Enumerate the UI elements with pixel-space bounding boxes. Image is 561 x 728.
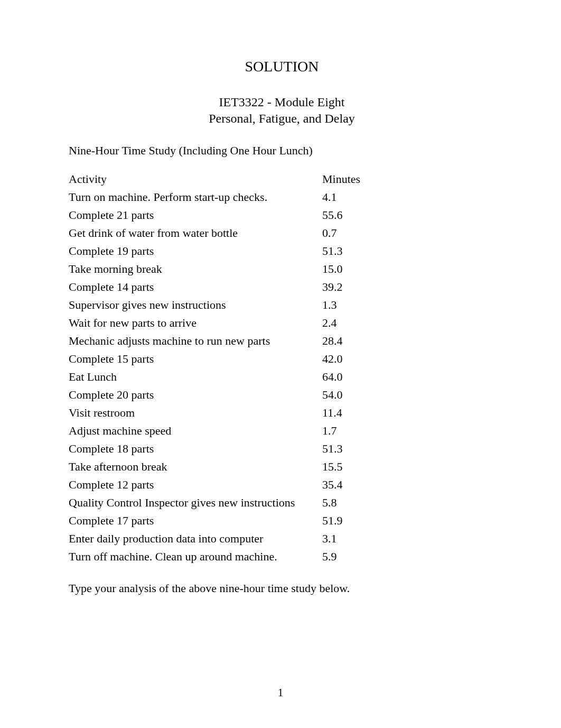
minutes-cell: 54.0	[322, 386, 368, 404]
table-row: Complete 14 parts39.2	[69, 278, 368, 296]
header-minutes: Minutes	[322, 170, 368, 188]
minutes-cell: 3.1	[322, 530, 368, 548]
time-study-table: Activity Minutes Turn on machine. Perfor…	[69, 170, 368, 566]
table-row: Eat Lunch64.0	[69, 368, 368, 386]
table-row: Take morning break15.0	[69, 260, 368, 278]
activity-cell: Get drink of water from water bottle	[69, 224, 322, 242]
activity-cell: Take morning break	[69, 260, 322, 278]
table-row: Complete 15 parts42.0	[69, 350, 368, 368]
table-row: Complete 17 parts51.9	[69, 512, 368, 530]
activity-cell: Quality Control Inspector gives new inst…	[69, 494, 322, 512]
minutes-cell: 11.4	[322, 404, 368, 422]
solution-title: SOLUTION	[69, 58, 495, 75]
activity-cell: Complete 21 parts	[69, 206, 322, 224]
activity-cell: Supervisor gives new instructions	[69, 296, 322, 314]
table-row: Complete 20 parts54.0	[69, 386, 368, 404]
table-row: Enter daily production data into compute…	[69, 530, 368, 548]
activity-cell: Turn on machine. Perform start-up checks…	[69, 188, 322, 206]
minutes-cell: 51.3	[322, 242, 368, 260]
activity-cell: Take afternoon break	[69, 458, 322, 476]
activity-cell: Eat Lunch	[69, 368, 322, 386]
course-line: IET3322 - Module Eight	[69, 94, 495, 110]
activity-cell: Complete 20 parts	[69, 386, 322, 404]
table-row: Complete 18 parts51.3	[69, 440, 368, 458]
activity-cell: Adjust machine speed	[69, 422, 322, 440]
minutes-cell: 2.4	[322, 314, 368, 332]
minutes-cell: 51.3	[322, 440, 368, 458]
minutes-cell: 15.5	[322, 458, 368, 476]
table-row: Take afternoon break15.5	[69, 458, 368, 476]
document-page: SOLUTION IET3322 - Module Eight Personal…	[0, 0, 561, 595]
table-row: Mechanic adjusts machine to run new part…	[69, 332, 368, 350]
page-number: 1	[0, 686, 561, 699]
activity-cell: Visit restroom	[69, 404, 322, 422]
activity-cell: Complete 14 parts	[69, 278, 322, 296]
minutes-cell: 5.8	[322, 494, 368, 512]
minutes-cell: 5.9	[322, 548, 368, 566]
activity-cell: Wait for new parts to arrive	[69, 314, 322, 332]
minutes-cell: 28.4	[322, 332, 368, 350]
minutes-cell: 55.6	[322, 206, 368, 224]
table-row: Wait for new parts to arrive2.4	[69, 314, 368, 332]
table-row: Turn off machine. Clean up around machin…	[69, 548, 368, 566]
table-row: Get drink of water from water bottle0.7	[69, 224, 368, 242]
minutes-cell: 51.9	[322, 512, 368, 530]
table-row: Supervisor gives new instructions1.3	[69, 296, 368, 314]
table-row: Complete 19 parts51.3	[69, 242, 368, 260]
table-row: Turn on machine. Perform start-up checks…	[69, 188, 368, 206]
activity-cell: Enter daily production data into compute…	[69, 530, 322, 548]
table-row: Complete 12 parts35.4	[69, 476, 368, 494]
activity-cell: Complete 19 parts	[69, 242, 322, 260]
table-row: Visit restroom11.4	[69, 404, 368, 422]
minutes-cell: 0.7	[322, 224, 368, 242]
minutes-cell: 39.2	[322, 278, 368, 296]
minutes-cell: 35.4	[322, 476, 368, 494]
minutes-cell: 42.0	[322, 350, 368, 368]
activity-cell: Complete 15 parts	[69, 350, 322, 368]
activity-cell: Mechanic adjusts machine to run new part…	[69, 332, 322, 350]
minutes-cell: 15.0	[322, 260, 368, 278]
minutes-cell: 64.0	[322, 368, 368, 386]
subtitle-line: Personal, Fatigue, and Delay	[69, 110, 495, 127]
header-activity: Activity	[69, 170, 322, 188]
minutes-cell: 4.1	[322, 188, 368, 206]
instruction-text: Type your analysis of the above nine-hou…	[69, 582, 495, 595]
minutes-cell: 1.7	[322, 422, 368, 440]
activity-cell: Complete 18 parts	[69, 440, 322, 458]
section-heading: Nine-Hour Time Study (Including One Hour…	[69, 144, 495, 158]
activity-cell: Complete 17 parts	[69, 512, 322, 530]
activity-cell: Turn off machine. Clean up around machin…	[69, 548, 322, 566]
minutes-cell: 1.3	[322, 296, 368, 314]
table-header-row: Activity Minutes	[69, 170, 368, 188]
activity-cell: Complete 12 parts	[69, 476, 322, 494]
table-row: Quality Control Inspector gives new inst…	[69, 494, 368, 512]
table-row: Complete 21 parts55.6	[69, 206, 368, 224]
table-row: Adjust machine speed1.7	[69, 422, 368, 440]
